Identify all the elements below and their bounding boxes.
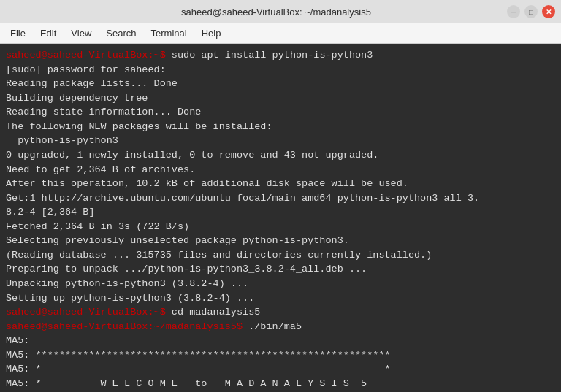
window-controls: ─ □ ✕ (507, 5, 555, 18)
terminal-line: saheed@saheed-VirtualBox:~$ sudo apt ins… (6, 48, 555, 63)
terminal-line: The following NEW packages will be insta… (6, 120, 555, 134)
menu-file[interactable]: File (3, 25, 33, 42)
terminal-line: 8.2-4 [2,364 B] (6, 205, 555, 220)
terminal-line: After this operation, 10.2 kB of additio… (6, 177, 555, 191)
title-bar: saheed@saheed-VirtualBox: ~/madanalysis5… (0, 0, 561, 23)
close-button[interactable]: ✕ (542, 5, 555, 18)
terminal-line: MA5: * W E L C O M E to M A D A N A L Y … (6, 377, 555, 391)
terminal-line: python-is-python3 (6, 134, 555, 148)
terminal-line: 0 upgraded, 1 newly installed, 0 to remo… (6, 148, 555, 163)
menu-terminal[interactable]: Terminal (144, 25, 194, 42)
terminal-line: Get:1 http://archive.ubuntu.com/ubuntu f… (6, 191, 555, 206)
terminal-line: MA5: (6, 334, 555, 348)
terminal-line: Building dependency tree (6, 91, 555, 106)
menu-bar: File Edit View Search Terminal Help (0, 23, 561, 44)
terminal-line: Setting up python-is-python3 (3.8.2-4) .… (6, 291, 555, 306)
menu-edit[interactable]: Edit (33, 25, 64, 42)
terminal-line: [sudo] password for saheed: (6, 63, 555, 77)
terminal-line: Fetched 2,364 B in 3s (722 B/s) (6, 220, 555, 234)
minimize-button[interactable]: ─ (507, 5, 520, 18)
terminal-area[interactable]: saheed@saheed-VirtualBox:~$ sudo apt ins… (0, 44, 561, 392)
terminal-line: MA5: ***********************************… (6, 348, 555, 363)
terminal-line: Preparing to unpack .../python-is-python… (6, 262, 555, 277)
terminal-line: Reading package lists... Done (6, 77, 555, 91)
terminal-line: Reading state information... Done (6, 105, 555, 120)
terminal-line: Unpacking python-is-python3 (3.8.2-4) ..… (6, 277, 555, 291)
maximize-button[interactable]: □ (524, 5, 538, 18)
menu-search[interactable]: Search (99, 25, 143, 42)
window-title: saheed@saheed-VirtualBox: ~/madanalysis5 (45, 7, 507, 18)
terminal-line: Need to get 2,364 B of archives. (6, 163, 555, 177)
terminal-line: saheed@saheed-VirtualBox:~/madanalysis5$… (6, 320, 555, 334)
menu-view[interactable]: View (64, 25, 99, 42)
terminal-line: saheed@saheed-VirtualBox:~$ cd madanalys… (6, 305, 555, 320)
terminal-line: Selecting previously unselected package … (6, 234, 555, 248)
menu-help[interactable]: Help (194, 25, 229, 42)
terminal-line: MA5: * * (6, 362, 555, 377)
terminal-line: (Reading database ... 315735 files and d… (6, 248, 555, 263)
